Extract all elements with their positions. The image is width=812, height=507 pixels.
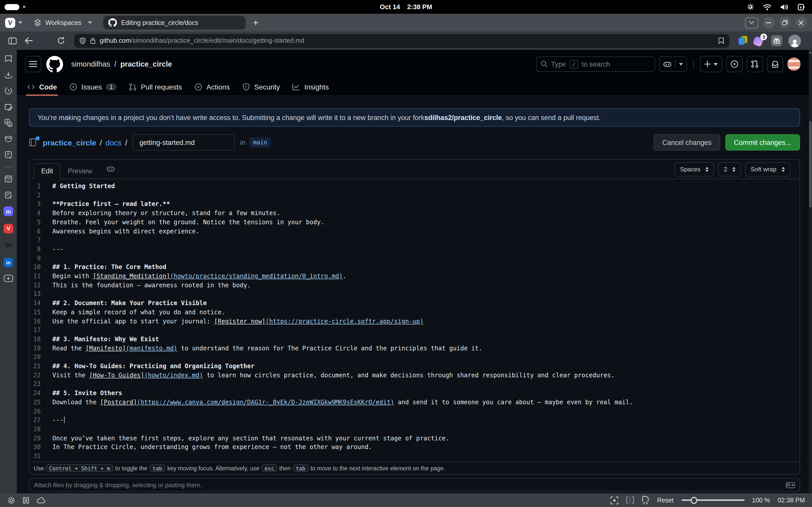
mastodon-icon[interactable]: m xyxy=(4,207,13,216)
browser-profile-avatar[interactable] xyxy=(788,34,801,47)
code-line[interactable]: 7 xyxy=(30,236,799,245)
commit-changes-button[interactable]: Commit changes... xyxy=(725,134,800,151)
issues-button[interactable] xyxy=(726,56,742,72)
window-maximize-button[interactable] xyxy=(779,17,791,29)
workspaces-button[interactable]: Workspaces xyxy=(34,18,92,27)
scroll-up-arrow[interactable] xyxy=(809,51,812,53)
capture-page-icon[interactable] xyxy=(610,496,618,504)
copilot-button[interactable] xyxy=(659,56,687,72)
copilot-icon[interactable] xyxy=(107,165,115,173)
code-line[interactable]: 13 xyxy=(30,290,799,299)
bookmark-flag-icon[interactable] xyxy=(718,37,724,44)
code-line[interactable]: 16Use the official app to start your jou… xyxy=(30,317,799,326)
translate-icon[interactable] xyxy=(4,118,13,127)
breadcrumb-repo-link[interactable]: practice_circle xyxy=(43,138,96,147)
code-line[interactable]: 27--- xyxy=(30,416,799,425)
tasks-icon[interactable] xyxy=(4,190,13,199)
scrollbar-thumb[interactable] xyxy=(809,121,811,208)
code-line[interactable]: 24## 5. Invite Others xyxy=(30,389,799,398)
code-line[interactable]: 29Once you’ve taken these first steps, e… xyxy=(30,434,799,443)
repo-tab-code[interactable]: Code xyxy=(23,78,61,96)
url-field[interactable]: github.com/simondilhas/practice_circle/e… xyxy=(74,34,729,48)
indent-size-select[interactable]: 2 xyxy=(718,162,741,176)
create-new-button[interactable] xyxy=(700,56,722,72)
back-button[interactable] xyxy=(21,34,36,47)
code-line[interactable]: 23 xyxy=(30,380,799,389)
code-line[interactable]: 5Breathe. Feel your weight on the ground… xyxy=(30,218,799,227)
code-line[interactable]: 20 xyxy=(30,353,799,362)
history-icon[interactable] xyxy=(4,87,13,95)
calendar-icon[interactable] xyxy=(4,174,13,183)
code-line[interactable]: 15Keep a simple record of what you do an… xyxy=(30,308,799,317)
code-line[interactable]: 1# Getting Started xyxy=(30,182,799,191)
reload-button[interactable] xyxy=(54,34,68,47)
sync-cloud-icon[interactable] xyxy=(37,497,46,503)
url-text[interactable]: github.com/simondilhas/practice_circle/e… xyxy=(100,37,714,44)
synced-tabs-button[interactable] xyxy=(745,17,758,28)
repo-tab-insights[interactable]: Insights xyxy=(288,78,333,96)
page-source-icon[interactable] xyxy=(642,496,649,504)
downloads-icon[interactable] xyxy=(4,70,13,79)
search-input[interactable]: Type / to search xyxy=(536,56,655,72)
notes-icon[interactable] xyxy=(4,103,13,111)
window-close-button[interactable] xyxy=(795,17,807,29)
owner-link[interactable]: simondilhas xyxy=(71,60,110,68)
code-line[interactable]: 18## 3. Manifesto: Why We Exist xyxy=(30,335,799,344)
shield-icon[interactable] xyxy=(79,37,86,45)
code-line[interactable]: 14## 2. Document: Make Your Practice Vis… xyxy=(30,299,799,308)
code-line[interactable]: 28 xyxy=(30,425,799,434)
gift-extension-icon[interactable] xyxy=(771,35,782,46)
zoom-reset-label[interactable]: Reset xyxy=(657,497,674,504)
editor-tab-preview[interactable]: Preview xyxy=(61,163,99,179)
settings-gear-icon[interactable] xyxy=(7,496,15,504)
vivaldi-icon[interactable]: V xyxy=(4,224,13,233)
code-line[interactable]: 6Awareness begins with direct experience… xyxy=(30,227,799,236)
vivaldi-menu-button[interactable]: V xyxy=(5,17,22,28)
repo-tab-actions[interactable]: Actions xyxy=(190,78,234,96)
forward-button[interactable] xyxy=(38,34,52,47)
reading-list-icon[interactable] xyxy=(4,151,13,159)
docs-extension-icon[interactable] xyxy=(739,36,748,45)
repo-tab-issues[interactable]: Issues1 xyxy=(65,78,120,96)
bookmarks-icon[interactable] xyxy=(4,54,13,63)
breadcrumb-dir-link[interactable]: docs xyxy=(106,138,121,147)
tiling-icon[interactable] xyxy=(626,496,634,504)
code-line[interactable]: 30In The Practice Circle, understanding … xyxy=(30,443,799,452)
code-line[interactable]: 3**Practice first — read later.** xyxy=(30,200,799,209)
inbox-button[interactable] xyxy=(767,56,783,72)
windows-icon[interactable] xyxy=(4,134,13,143)
code-editor-area[interactable]: 1# Getting Started23**Practice first — r… xyxy=(30,179,799,462)
code-line[interactable]: 21## 4. How-To Guides: Practicing and Or… xyxy=(30,362,799,371)
add-panel-icon[interactable] xyxy=(4,275,13,282)
attach-files-zone[interactable]: Attach files by dragging & dropping, sel… xyxy=(29,478,800,492)
global-nav-menu-button[interactable] xyxy=(25,56,41,72)
browser-tab-active[interactable]: Editing practice_circle/docs xyxy=(104,16,246,30)
page-scrollbar[interactable] xyxy=(808,50,812,493)
new-tab-button[interactable]: + xyxy=(253,18,259,27)
indent-mode-select[interactable]: Spaces xyxy=(674,162,714,176)
panel-toggle-button[interactable] xyxy=(5,34,19,47)
editor-tab-edit[interactable]: Edit xyxy=(34,163,61,179)
code-line[interactable]: 31 xyxy=(30,452,799,461)
code-line[interactable]: 22Visit the [How-To Guides](howto/index.… xyxy=(30,371,799,380)
linkedin-icon[interactable]: in xyxy=(4,258,13,267)
code-line[interactable]: 8--- xyxy=(30,245,799,254)
system-clock[interactable]: Oct 14 2:38 PM xyxy=(0,3,812,11)
wikipedia-icon[interactable]: W xyxy=(4,240,13,250)
repo-link[interactable]: practice_circle xyxy=(120,60,172,68)
lock-icon[interactable] xyxy=(90,37,96,44)
wrap-mode-select[interactable]: Soft wrap xyxy=(745,162,790,176)
github-logo-icon[interactable] xyxy=(46,56,63,72)
zoom-slider-thumb[interactable] xyxy=(691,497,697,504)
cancel-changes-button[interactable]: Cancel changes xyxy=(654,134,720,151)
pause-panels-icon[interactable] xyxy=(23,497,29,504)
code-line[interactable]: 26 xyxy=(30,407,799,416)
code-line[interactable]: 19Read the [Manifesto](manifesto.md) to … xyxy=(30,344,799,353)
code-line[interactable]: 10## 1. Practice: The Core Method xyxy=(30,263,799,272)
github-avatar[interactable] xyxy=(787,57,800,71)
repo-tab-pull-requests[interactable]: Pull requests xyxy=(125,78,186,96)
code-line[interactable]: 11Begin with [Standing_Meditation](howto… xyxy=(30,272,799,281)
code-line[interactable]: 4Before exploring theory or structure, s… xyxy=(30,209,799,218)
code-line[interactable]: 12This is the foundation — awareness roo… xyxy=(30,281,799,290)
repo-tab-security[interactable]: Security xyxy=(238,78,284,96)
